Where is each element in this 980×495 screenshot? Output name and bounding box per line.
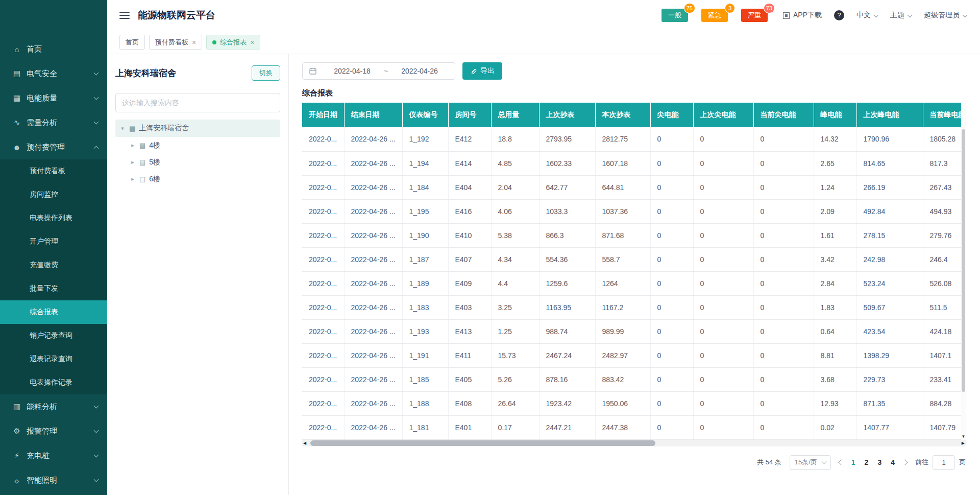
sidebar-subitem-meter-operation-list[interactable]: 电表操作列表 xyxy=(0,206,107,230)
vertical-scrollbar-thumb[interactable] xyxy=(962,129,965,392)
table-row[interactable]: 2022-0...2022-04-26 ...1_187E4074.34554.… xyxy=(302,247,966,271)
chevron-down-icon xyxy=(963,12,968,17)
charging-pile-icon: ⚡ xyxy=(11,451,22,460)
tab-comprehensive-report[interactable]: 综合报表× xyxy=(206,35,260,50)
sidebar-subitem-account-close-query[interactable]: 销户记录查询 xyxy=(0,324,107,347)
sidebar-subitem-meter-operation-record[interactable]: 电表操作记录 xyxy=(0,371,107,394)
table-row[interactable]: 2022-0...2022-04-26 ...1_181E4010.172447… xyxy=(302,415,966,439)
export-button[interactable]: 导出 xyxy=(462,62,502,80)
sidebar-subitem-comprehensive-report[interactable]: 综合报表 xyxy=(0,300,107,324)
page-number-1[interactable]: 1 xyxy=(851,458,855,466)
horizontal-scrollbar[interactable]: ◀ ▶ xyxy=(302,440,966,446)
sidebar-subitem-batch-issue[interactable]: 批量下发 xyxy=(0,277,107,300)
table-cell: 523.24 xyxy=(856,271,923,295)
table-cell: 0 xyxy=(650,247,693,271)
sidebar-subitem-account-opening[interactable]: 开户管理 xyxy=(0,230,107,253)
table-cell: 4.85 xyxy=(491,151,539,175)
tab-prepaid-board[interactable]: 预付费看板× xyxy=(149,35,202,50)
table-row[interactable]: 2022-0...2022-04-26 ...1_184E4042.04642.… xyxy=(302,175,966,199)
chevron-down-icon xyxy=(821,459,826,464)
table-row[interactable]: 2022-0...2022-04-26 ...1_190E4105.38866.… xyxy=(302,223,966,247)
sidebar-item-energy-analysis[interactable]: ▥能耗分析 xyxy=(0,394,107,419)
table-row[interactable]: 2022-0...2022-04-26 ...1_191E41115.73246… xyxy=(302,343,966,367)
table-row[interactable]: 2022-0...2022-04-26 ...1_183E4033.251163… xyxy=(302,295,966,319)
sidebar-item-home[interactable]: ⌂首页 xyxy=(0,37,107,61)
tree-node-floor[interactable]: ▸▤4楼 xyxy=(115,137,280,154)
sidebar-item-electrical-safety[interactable]: ▤电气安全 xyxy=(0,61,107,86)
alarm-button-urgent[interactable]: 紧急3 xyxy=(701,9,728,22)
page-number-2[interactable]: 2 xyxy=(865,458,869,466)
tree-node-root[interactable]: ▾▤上海安科瑞宿舍 xyxy=(115,120,280,137)
language-select[interactable]: 中文 xyxy=(856,11,878,20)
collapse-menu-icon[interactable] xyxy=(119,10,130,21)
tab-home[interactable]: 首页 xyxy=(119,35,145,50)
column-header: 上次抄表 xyxy=(539,103,595,127)
table-row[interactable]: 2022-0...2022-04-26 ...1_193E4131.25988.… xyxy=(302,319,966,343)
user-menu[interactable]: 超级管理员 xyxy=(924,11,967,20)
date-range-picker[interactable]: 2022-04-18 ~ 2022-04-26 xyxy=(302,62,455,80)
goto-page: 前往 页 xyxy=(915,455,966,470)
sidebar-subitem-meter-return-query[interactable]: 退表记录查询 xyxy=(0,347,107,371)
alarm-button-critical[interactable]: 严重73 xyxy=(741,9,768,22)
table-row[interactable]: 2022-0...2022-04-26 ...1_195E4164.061033… xyxy=(302,199,966,223)
scroll-down-arrow-icon[interactable]: ▼ xyxy=(961,434,966,439)
table-cell: 0 xyxy=(753,199,814,223)
scroll-left-arrow-icon[interactable]: ◀ xyxy=(303,440,306,446)
table-cell: 1_195 xyxy=(402,199,448,223)
sidebar-item-alarm-management[interactable]: ⚙报警管理 xyxy=(0,419,107,443)
active-tab-dot xyxy=(212,40,216,44)
column-header: 开始日期 xyxy=(302,103,344,127)
sidebar-item-label: 需量分析 xyxy=(27,118,94,128)
table-cell: 0 xyxy=(753,391,814,415)
table-cell: 1_188 xyxy=(402,391,448,415)
page-number-4[interactable]: 4 xyxy=(891,458,895,466)
app-title: 能源物联网云平台 xyxy=(138,9,215,22)
alarm-button-normal[interactable]: 一般75 xyxy=(662,9,688,22)
tree-search-input[interactable] xyxy=(115,93,280,112)
goto-page-input[interactable] xyxy=(933,455,955,470)
sidebar-subitem-prepaid-board[interactable]: 预付费看板 xyxy=(0,159,107,183)
app-download-label: APP下载 xyxy=(793,11,822,20)
table-row[interactable]: 2022-0...2022-04-26 ...1_188E40826.64192… xyxy=(302,391,966,415)
table-cell: 0 xyxy=(693,223,753,247)
table-cell: E414 xyxy=(448,151,491,175)
prev-page-icon[interactable] xyxy=(838,459,844,465)
table-cell: 12.93 xyxy=(814,391,856,415)
table-row[interactable]: 2022-0...2022-04-26 ...1_185E4055.26878.… xyxy=(302,367,966,391)
content: 上海安科瑞宿舍 切换 ▾▤上海安科瑞宿舍▸▤4楼▸▤5楼▸▤6楼 2022-04… xyxy=(107,54,980,495)
tree-node-floor[interactable]: ▸▤6楼 xyxy=(115,171,280,187)
theme-select[interactable]: 主题 xyxy=(890,11,912,20)
tree-node-floor[interactable]: ▸▤5楼 xyxy=(115,154,280,171)
table-row[interactable]: 2022-0...2022-04-26 ...1_194E4144.851602… xyxy=(302,151,966,175)
sidebar-item-prepaid-management[interactable]: ☻预付费管理 xyxy=(0,135,107,159)
table-cell: 1259.6 xyxy=(539,271,595,295)
demand-analysis-icon: ∿ xyxy=(11,118,22,127)
vertical-scrollbar[interactable]: ▼ xyxy=(961,103,966,440)
app-download-link[interactable]: APP下载 xyxy=(783,11,822,20)
sidebar-subitem-room-monitor[interactable]: 房间监控 xyxy=(0,183,107,206)
sidebar-item-smart-lighting[interactable]: ☼智能照明 xyxy=(0,468,107,492)
table-row[interactable]: 2022-0...2022-04-26 ...1_189E4094.41259.… xyxy=(302,271,966,295)
table-cell: 0 xyxy=(753,415,814,439)
table-row[interactable]: 2022-0...2022-04-26 ...1_192E41218.82793… xyxy=(302,127,966,151)
table-cell: 2022-0... xyxy=(302,367,344,391)
close-tab-icon[interactable]: × xyxy=(250,39,254,46)
caret-expanded-icon: ▾ xyxy=(119,125,126,132)
sidebar-item-demand-analysis[interactable]: ∿需量分析 xyxy=(0,110,107,135)
close-tab-icon[interactable]: × xyxy=(192,39,196,46)
table-cell: 0 xyxy=(693,391,753,415)
scroll-right-arrow-icon[interactable]: ▶ xyxy=(962,440,965,446)
page-number-3[interactable]: 3 xyxy=(877,458,881,466)
sidebar-item-charging-pile[interactable]: ⚡充电桩 xyxy=(0,443,107,468)
help-icon[interactable]: ? xyxy=(834,10,844,20)
sidebar-item-power-quality[interactable]: ▦电能质量 xyxy=(0,86,107,110)
next-page-icon[interactable] xyxy=(902,459,908,465)
switch-button[interactable]: 切换 xyxy=(252,65,280,81)
page-size-select[interactable]: 15条/页 xyxy=(790,455,831,470)
table-cell: 0 xyxy=(753,223,814,247)
sidebar-subitem-recharge-payment[interactable]: 充值缴费 xyxy=(0,253,107,277)
page-size-value: 15条/页 xyxy=(795,458,817,467)
horizontal-scrollbar-thumb[interactable] xyxy=(310,440,655,446)
sidebar-item-label: 能耗分析 xyxy=(27,402,94,412)
caret-collapsed-icon: ▸ xyxy=(130,176,136,182)
